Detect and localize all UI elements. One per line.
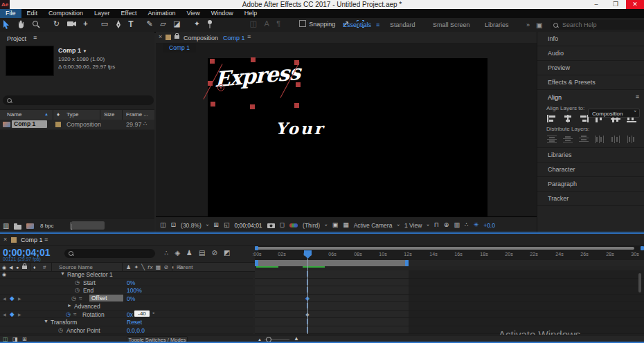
column-size[interactable]: Size	[104, 111, 115, 118]
row-transform[interactable]: ▼ Transform Reset	[0, 318, 253, 326]
selection-handle[interactable]	[294, 103, 299, 108]
row-start[interactable]: ◷ Start 0%	[0, 279, 253, 287]
property-value[interactable]: 0%	[127, 279, 135, 286]
snapshot-icon[interactable]	[267, 223, 275, 228]
label-column-icon[interactable]: ♦	[33, 265, 36, 270]
panel-tab-libraries[interactable]: Libraries	[537, 148, 644, 163]
panel-menu-icon[interactable]: ≡	[247, 34, 251, 40]
resolution-select[interactable]: (Third)	[303, 222, 320, 229]
new-folder-icon[interactable]	[14, 225, 21, 230]
property-label[interactable]: Transform	[51, 319, 77, 326]
zoom-level[interactable]: (30.8%)	[181, 222, 202, 229]
view-layout-select[interactable]: 1 View	[404, 222, 422, 229]
close-icon[interactable]: ×	[159, 34, 162, 40]
align-h-center-button[interactable]	[562, 114, 573, 122]
graph-icon[interactable]: ≈	[79, 295, 82, 302]
twirl-down-icon[interactable]: ▼	[60, 271, 65, 276]
column-number[interactable]: #	[43, 264, 46, 270]
stopwatch-icon[interactable]: ◷	[71, 295, 76, 302]
property-value[interactable]: 100%	[127, 287, 142, 294]
selection-handle[interactable]	[251, 57, 256, 62]
column-frame-rate[interactable]: Frame ...	[126, 111, 148, 118]
help-search-box[interactable]	[551, 20, 644, 30]
type-tool-icon[interactable]: T	[128, 20, 133, 28]
exposure-icon[interactable]: ✳	[474, 222, 479, 228]
stopwatch-icon-active[interactable]: ◷	[66, 311, 71, 317]
rotate-tool-icon[interactable]: ↻	[53, 20, 60, 28]
row-rotation[interactable]: ◀ ◆ ▶ ◷ ≈ Rotation 0x -40 °	[0, 310, 253, 319]
keyframe-nav[interactable]: ◀ ◆ ▶	[3, 311, 23, 317]
project-search-box[interactable]	[3, 95, 154, 105]
column-source-name[interactable]: Source Name	[59, 264, 93, 270]
stopwatch-icon[interactable]: ◷	[75, 279, 80, 286]
zoom-in-mountain-icon[interactable]: ▲	[294, 336, 299, 342]
graph-icon[interactable]: ≈	[73, 311, 76, 317]
draft-3d-icon[interactable]: ◈	[175, 249, 180, 257]
flowchart-icon[interactable]: ∴	[143, 121, 147, 127]
menu-file[interactable]: File	[0, 9, 21, 18]
panel-comp-name[interactable]: Comp 1	[223, 35, 245, 41]
align-panel-header[interactable]: Align ≡	[537, 90, 644, 105]
brush-tool-icon[interactable]: ✎	[147, 20, 153, 28]
property-label[interactable]: Rotation	[82, 311, 105, 318]
distribute-h-center-button[interactable]	[610, 135, 621, 143]
property-label-selected[interactable]: Offset	[89, 295, 123, 302]
workspace-tab-essentials[interactable]: Essentials	[343, 21, 371, 28]
row-advanced[interactable]: ► Advanced	[0, 302, 253, 310]
panel-lock-icon[interactable]	[175, 35, 179, 39]
workspace-tab-small-screen[interactable]: Small Screen	[433, 21, 470, 28]
row-anchor-point[interactable]: ◷ Anchor Point 0.0,0.0	[0, 326, 253, 335]
bit-depth-label[interactable]: 8 bpc	[40, 223, 54, 229]
express-text-layer[interactable]: Express	[215, 60, 301, 92]
menu-view[interactable]: View	[181, 9, 205, 18]
time-ruler[interactable]: :00s 02s 04s 06s 08s 10s 12s 14s 16s 18s…	[255, 250, 644, 260]
property-label[interactable]: End	[83, 287, 93, 294]
interpret-footage-icon[interactable]: ▥	[3, 223, 9, 230]
pan-behind-tool-icon[interactable]: +	[83, 20, 87, 28]
workspace-bar-icon[interactable]: ▣	[536, 21, 542, 29]
property-value[interactable]: 0.0,0.0	[127, 327, 145, 334]
hand-tool-icon[interactable]	[17, 20, 25, 28]
snapping-checkbox[interactable]	[299, 20, 306, 27]
property-label[interactable]: Range Selector 1	[67, 271, 113, 278]
eraser-tool-icon[interactable]: ◪	[173, 20, 180, 28]
stopwatch-icon[interactable]: ◷	[58, 327, 63, 333]
menu-edit[interactable]: Edit	[21, 9, 44, 18]
distribute-top-button[interactable]	[546, 135, 557, 143]
composition-canvas[interactable]: Express Your	[208, 58, 488, 216]
reset-link[interactable]: Reset	[127, 319, 142, 326]
mask-toggle-icon[interactable]: ◱	[224, 222, 230, 228]
frame-blend-icon[interactable]: ▤	[199, 249, 205, 257]
sort-arrow-icon[interactable]: ▲	[44, 112, 48, 116]
help-search-input[interactable]	[561, 21, 640, 29]
show-snapshot-icon[interactable]: ◻	[280, 222, 285, 228]
twirl-down-icon[interactable]: ▼	[44, 319, 48, 324]
roi-icon[interactable]: ▣	[332, 222, 339, 228]
menu-composition[interactable]: Composition	[43, 9, 89, 18]
row-end[interactable]: ◷ End 100%	[0, 286, 253, 295]
workspace-overflow-icon[interactable]: »	[526, 21, 530, 28]
label-column-icon[interactable]: ♦	[57, 111, 60, 118]
align-target-select[interactable]: Composition ˅	[588, 109, 640, 118]
keyframe-nav[interactable]: ◀ ◆ ▶	[3, 295, 23, 302]
selection-handle[interactable]	[250, 104, 255, 109]
workspace-tab-standard[interactable]: Standard	[390, 21, 415, 28]
motion-blur-icon[interactable]: ⊘	[212, 249, 217, 257]
chevron-down-icon[interactable]: ˅	[427, 223, 429, 228]
project-comp-name[interactable]: Comp 1 ▼	[58, 47, 115, 55]
close-icon[interactable]: ×	[3, 237, 7, 243]
row-range-selector[interactable]: ◉ ▼ Range Selector 1	[0, 270, 253, 279]
selection-tool-icon[interactable]	[3, 20, 10, 29]
panel-tab-paragraph[interactable]: Paragraph	[537, 177, 644, 192]
property-value[interactable]: 0%	[127, 295, 135, 302]
camera-tool-icon[interactable]	[67, 20, 76, 27]
property-label[interactable]: Start	[83, 279, 96, 286]
menu-layer[interactable]: Layer	[89, 9, 116, 18]
workspace-tab-libraries[interactable]: Libraries	[485, 21, 509, 28]
panel-tab-preview[interactable]: Preview	[537, 61, 644, 75]
comp-timecode[interactable]: 0;00;04;01	[234, 222, 262, 229]
audio-icon[interactable]: ◀	[9, 265, 12, 270]
exposure-value[interactable]: +0.0	[483, 222, 495, 229]
show-channels-icon[interactable]	[289, 223, 298, 228]
layer-switches-icons[interactable]: ♟ ✦ ╲ fx ▦ ⊘ ◐ ⊙	[126, 264, 183, 270]
